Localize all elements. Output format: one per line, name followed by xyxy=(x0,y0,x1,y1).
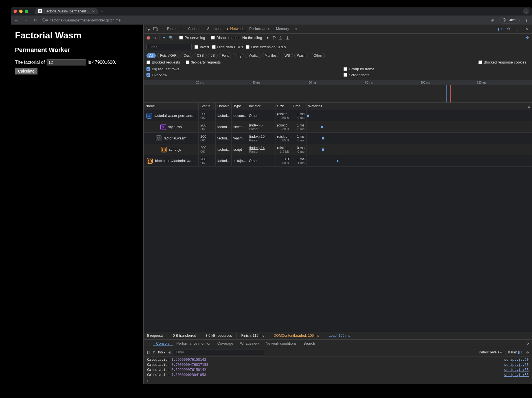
invert-checkbox[interactable]: Invert xyxy=(194,45,209,49)
request-name: style.css xyxy=(168,125,182,129)
timeline-tick: 40 ms xyxy=(252,81,260,84)
address-bar[interactable]: ⓘ≡ factorial-wasm-permanent-worker.glitc… xyxy=(42,18,359,23)
third-party-checkbox[interactable]: 3rd-party requests xyxy=(186,60,221,64)
overview-checkbox[interactable]: Overview xyxy=(146,73,332,77)
doc-file-icon: ≡ xyxy=(146,113,152,119)
column-header-initiator[interactable]: Initiator xyxy=(247,103,275,110)
filter-chip-wasm[interactable]: Wasm xyxy=(294,53,310,58)
record-button[interactable] xyxy=(146,36,150,40)
filter-chip-js[interactable]: JS xyxy=(208,53,218,58)
back-button[interactable]: ← xyxy=(14,18,19,22)
filter-chip-fetchxhr[interactable]: Fetch/XHR xyxy=(157,53,179,58)
more-tabs-icon[interactable]: » xyxy=(293,27,299,31)
column-header-waterfall[interactable]: Waterfall▴ xyxy=(306,103,359,110)
maximize-window-button[interactable] xyxy=(25,10,28,13)
filter-chip-media[interactable]: Media xyxy=(246,53,260,58)
inspect-element-icon[interactable] xyxy=(146,27,152,31)
filter-chip-doc[interactable]: Doc xyxy=(181,53,192,58)
network-conditions-icon[interactable] xyxy=(272,36,276,40)
request-name: factorial-wasm-permane… xyxy=(154,114,196,118)
table-row[interactable]: ❮❯script.js200OKfactori…script(index):14… xyxy=(144,144,359,155)
wasm-file-icon: ⌬ xyxy=(156,135,161,141)
devtools-tab-console[interactable]: Console xyxy=(185,27,204,31)
disable-cache-checkbox[interactable]: Disable cache xyxy=(211,36,240,40)
throttling-select[interactable]: No throttling▾ xyxy=(242,36,269,40)
download-har-icon[interactable] xyxy=(286,36,290,40)
column-header-size[interactable]: Size xyxy=(275,103,291,110)
filter-chip-ws[interactable]: WS xyxy=(282,53,293,58)
factorial-input[interactable] xyxy=(47,59,86,65)
svg-rect-1 xyxy=(154,27,157,30)
svg-point-3 xyxy=(273,39,274,39)
request-name: script.js xyxy=(169,148,181,152)
window-controls xyxy=(14,10,28,13)
upload-har-icon[interactable] xyxy=(279,36,283,40)
device-toggle-icon[interactable] xyxy=(153,27,159,31)
tab-favicon: F xyxy=(38,9,42,13)
hide-extension-urls-checkbox[interactable]: Hide extension URLs xyxy=(246,45,286,49)
request-name: blob:https://factorial-wa… xyxy=(155,159,195,163)
page-content: Factorial Wasm Permanent Worker The fact… xyxy=(11,25,143,269)
js-file-icon: ❮❯ xyxy=(161,147,167,152)
page-subtitle: Permanent Worker xyxy=(15,46,139,54)
big-rows-checkbox[interactable]: Big request rows xyxy=(146,67,332,71)
url-text: factorial-wasm-permanent-worker.glitch.m… xyxy=(51,18,121,22)
sentence-prefix: The factorial of xyxy=(15,60,45,65)
devtools-tab-memory[interactable]: Memory xyxy=(273,27,292,31)
blocked-requests-checkbox[interactable]: Blocked requests xyxy=(146,60,180,64)
close-tab-icon[interactable]: ✕ xyxy=(92,9,95,13)
devtools-tab-network[interactable]: Network xyxy=(224,27,247,31)
column-header-status[interactable]: Status xyxy=(199,103,216,110)
close-window-button[interactable] xyxy=(14,10,17,13)
filter-chip-other[interactable]: Other xyxy=(311,53,325,58)
table-row[interactable]: ≡factorial-wasm-permane…200OKfactori…doc… xyxy=(144,110,359,121)
sentence-suffix: is 479001600. xyxy=(88,60,116,65)
forward-button[interactable]: → xyxy=(23,18,29,22)
screenshots-checkbox[interactable]: Screenshots xyxy=(343,73,359,77)
tab-title: Factorial Wasm (permanent ... xyxy=(44,9,90,13)
new-tab-button[interactable]: + xyxy=(100,9,103,14)
filter-chip-img[interactable]: Img xyxy=(233,53,244,58)
js-file-icon: ❮❯ xyxy=(147,158,153,164)
browser-tab[interactable]: F Factorial Wasm (permanent ... ✕ xyxy=(35,8,98,14)
minimize-window-button[interactable] xyxy=(19,10,23,13)
reload-button[interactable]: ⟳ xyxy=(33,18,38,22)
devtools-tab-sources[interactable]: Sources xyxy=(204,27,224,31)
preserve-log-checkbox[interactable]: Preserve log xyxy=(179,36,205,40)
page-title: Factorial Wasm xyxy=(15,30,139,41)
request-name: factorial.wasm xyxy=(164,136,186,140)
devtools-tab-performance[interactable]: Performance xyxy=(246,27,273,31)
column-header-type[interactable]: Type xyxy=(232,103,247,110)
initiator-link[interactable]: (index):10 xyxy=(249,135,273,139)
filter-icon[interactable]: ▼ xyxy=(162,36,166,40)
timeline-tick: 20 ms xyxy=(196,81,204,84)
table-row[interactable]: ✎style.css200OKfactori…styles…(index):5P… xyxy=(144,121,359,133)
css-file-icon: ✎ xyxy=(160,124,166,130)
hide-data-urls-checkbox[interactable]: Hide data URLs xyxy=(212,45,243,49)
table-row[interactable]: ⌬factorial.wasm200OKfactori…wasm(index):… xyxy=(144,133,359,144)
group-by-frame-checkbox[interactable]: Group by frame xyxy=(343,67,359,71)
initiator-link[interactable]: (index):14 xyxy=(249,146,273,150)
devtools-tab-elements[interactable]: Elements xyxy=(164,27,185,31)
filter-chip-all[interactable]: All xyxy=(146,53,156,58)
calculate-button[interactable]: Calculate xyxy=(15,68,38,75)
filter-chip-css[interactable]: CSS xyxy=(194,53,207,58)
site-info-icon[interactable]: ⓘ≡ xyxy=(42,18,48,23)
search-icon[interactable]: 🔍 xyxy=(169,36,173,40)
filter-chip-font[interactable]: Font xyxy=(219,53,231,58)
overview-timeline[interactable]: 20 ms40 ms60 ms80 ms100 ms120 ms xyxy=(144,80,359,103)
filter-input[interactable] xyxy=(146,44,192,50)
column-header-name[interactable]: Name xyxy=(144,103,199,110)
initiator-link[interactable]: (index):5 xyxy=(249,123,273,127)
filter-chip-manifest[interactable]: Manifest xyxy=(262,53,280,58)
column-header-domain[interactable]: Domain xyxy=(216,103,232,110)
column-header-time[interactable]: Time xyxy=(291,103,306,110)
timeline-tick: 60 ms xyxy=(309,81,316,84)
table-row[interactable]: ❮❯blob:https://factorial-wa…200OKfactori… xyxy=(144,155,359,167)
clear-button[interactable]: ⊘ xyxy=(153,36,156,40)
